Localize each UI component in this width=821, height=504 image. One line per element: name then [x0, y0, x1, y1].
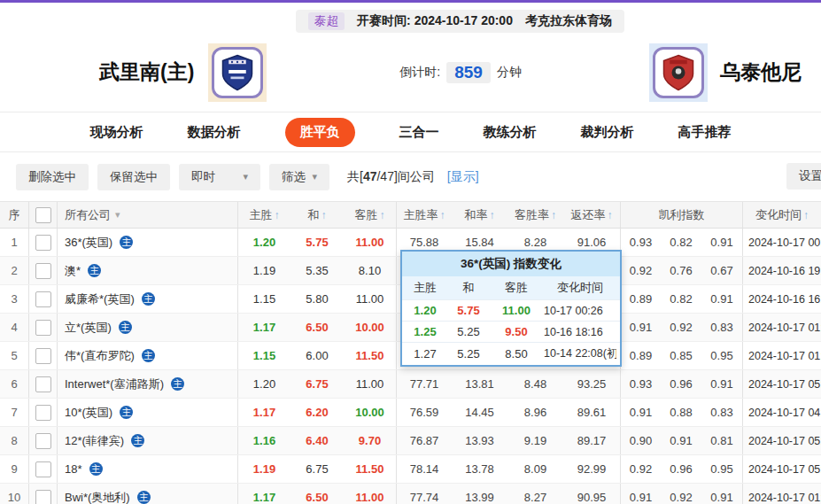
home-odds[interactable]: 1.19 [237, 257, 290, 284]
change-time: 2024-10-17 05:3 [742, 427, 821, 454]
company-name[interactable]: 伟*(直布罗陀) [65, 348, 135, 364]
away-odds[interactable]: 11.50 [344, 342, 396, 369]
tab-referee-analysis[interactable]: 裁判分析 [581, 124, 634, 141]
header-home-odds[interactable]: 主胜↑ [237, 202, 290, 228]
keep-selected-button[interactable]: 保留选中 [97, 164, 170, 190]
company-name[interactable]: Bwi*(奥地利) [65, 490, 130, 504]
draw-odds[interactable]: 6.75 [290, 455, 344, 483]
table-row: 918*主1.196.7511.5078.1413.788.0992.990.9… [0, 455, 821, 484]
tab-three-in-one[interactable]: 三合一 [399, 124, 439, 141]
tab-coach-analysis[interactable]: 教练分析 [484, 124, 537, 141]
home-win-rate: 76.59 [396, 399, 452, 426]
draw-odds[interactable]: 5.80 [290, 285, 344, 313]
draw-odds[interactable]: 5.35 [290, 257, 344, 284]
row-checkbox[interactable] [35, 376, 51, 392]
away-odds[interactable]: 11.00 [344, 484, 396, 504]
company-name[interactable]: 18* [65, 462, 82, 476]
home-odds[interactable]: 1.17 [237, 399, 290, 426]
draw-odds[interactable]: 6.40 [290, 427, 344, 454]
row-checkbox[interactable] [35, 263, 51, 279]
kelly-draw: 0.96 [661, 455, 701, 483]
kelly-away: 0.95 [701, 342, 742, 369]
row-seq: 8 [0, 427, 28, 454]
tab-live-analysis[interactable]: 现场分析 [90, 124, 143, 141]
row-checkbox[interactable] [35, 461, 51, 477]
header-home-rate[interactable]: 主胜率↑ [396, 202, 452, 228]
draw-odds[interactable]: 5.75 [290, 229, 344, 256]
away-odds[interactable]: 11.00 [344, 229, 396, 256]
company-cell[interactable]: 18*主 [57, 455, 237, 483]
kelly-home: 0.91 [620, 399, 661, 426]
row-checkbox[interactable] [35, 490, 51, 504]
live-odds-dropdown[interactable]: 即时 ▾ [179, 164, 260, 190]
company-name[interactable]: 10*(英国) [65, 405, 112, 421]
row-checkbox[interactable] [35, 291, 51, 307]
mainstream-badge: 主 [120, 236, 133, 249]
tab-win-draw-lose[interactable]: 胜平负 [285, 118, 355, 147]
row-checkbox[interactable] [35, 348, 51, 364]
sort-asc-icon: ↑ [275, 209, 280, 221]
company-cell[interactable]: 伟*(直布罗陀)主 [57, 342, 237, 369]
company-cell[interactable]: Interwet*(塞浦路斯)主 [57, 370, 237, 398]
home-odds[interactable]: 1.17 [237, 484, 290, 504]
away-odds[interactable]: 10.00 [344, 399, 396, 426]
header-return-rate[interactable]: 返还率↑ [563, 202, 620, 228]
home-odds[interactable]: 1.19 [237, 455, 290, 483]
row-checkbox[interactable] [35, 405, 51, 421]
home-odds[interactable]: 1.17 [237, 314, 290, 341]
settings-button[interactable]: 设置 [786, 163, 821, 190]
draw-rate: 14.45 [452, 399, 507, 426]
company-name[interactable]: 12*(菲律宾) [65, 433, 124, 449]
company-cell[interactable]: 立*(英国)主 [57, 314, 237, 341]
draw-odds[interactable]: 6.20 [290, 399, 344, 426]
away-odds[interactable]: 11.00 [344, 285, 396, 313]
company-cell[interactable]: 10*(英国)主 [57, 399, 237, 426]
row-checkbox[interactable] [35, 433, 51, 449]
company-name[interactable]: 威廉希*(英国) [65, 291, 135, 307]
company-cell[interactable]: 澳*主 [57, 257, 237, 284]
row-checkbox[interactable] [35, 320, 51, 336]
company-name[interactable]: 立*(英国) [65, 320, 112, 336]
home-odds[interactable]: 1.15 [237, 342, 290, 369]
draw-odds[interactable]: 6.75 [290, 370, 344, 398]
header-company[interactable]: 所有公司 ▾ [57, 202, 237, 228]
company-name[interactable]: 澳* [65, 263, 81, 279]
home-odds[interactable]: 1.15 [237, 285, 290, 313]
row-seq: 9 [0, 455, 28, 483]
header-draw-rate[interactable]: 和率↑ [452, 202, 507, 228]
header-change-time[interactable]: 变化时间↑ [742, 202, 821, 228]
match-info-bar: 泰超 开赛时间: 2024-10-17 20:00 考克拉东体育场 [296, 10, 624, 33]
select-all-checkbox[interactable] [35, 207, 51, 223]
kelly-home: 0.91 [620, 484, 661, 504]
company-cell[interactable]: 威廉希*(英国)主 [57, 285, 237, 313]
header-away-rate[interactable]: 客胜率↑ [507, 202, 563, 228]
delete-selected-button[interactable]: 删除选中 [16, 164, 89, 190]
teams-header: 武里南(主) 倒计时: 859 分钟 [0, 33, 821, 112]
home-odds[interactable]: 1.20 [237, 229, 290, 256]
company-name[interactable]: 36*(英国) [65, 235, 112, 251]
kelly-home: 0.93 [620, 229, 661, 256]
popup-row: 1.255.259.5010-16 18:16 [402, 321, 620, 342]
company-cell[interactable]: 12*(菲律宾)主 [57, 427, 237, 454]
away-odds[interactable]: 11.50 [344, 455, 396, 483]
company-cell[interactable]: 36*(英国)主 [57, 229, 237, 256]
draw-odds[interactable]: 6.00 [290, 342, 344, 369]
header-draw-odds[interactable]: 和↑ [290, 202, 344, 228]
away-odds[interactable]: 8.10 [344, 257, 396, 284]
popup-header-away: 客胜 [489, 280, 544, 296]
away-odds[interactable]: 10.00 [344, 314, 396, 341]
header-away-odds[interactable]: 客胜↑ [344, 202, 396, 228]
company-cell[interactable]: Bwi*(奥地利)主 [57, 484, 237, 504]
tab-data-analysis[interactable]: 数据分析 [188, 124, 241, 141]
home-odds[interactable]: 1.20 [237, 370, 290, 398]
draw-odds[interactable]: 6.50 [290, 484, 344, 504]
draw-odds[interactable]: 6.50 [290, 314, 344, 341]
away-odds[interactable]: 11.00 [344, 370, 396, 398]
row-checkbox[interactable] [35, 235, 51, 251]
company-name[interactable]: Interwet*(塞浦路斯) [65, 376, 164, 392]
show-link[interactable]: [显示] [447, 169, 479, 185]
filter-dropdown[interactable]: 筛选 ▾ [269, 164, 329, 190]
home-odds[interactable]: 1.16 [237, 427, 290, 454]
away-odds[interactable]: 9.70 [344, 427, 396, 454]
tab-expert-picks[interactable]: 高手推荐 [678, 124, 732, 141]
